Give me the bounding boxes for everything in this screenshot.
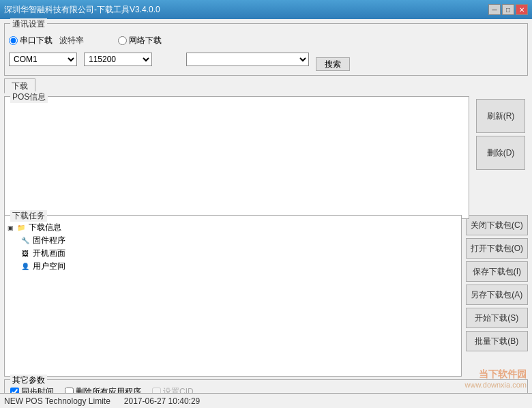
download-tasks-wrapper: 下载任务 ▣ 📁 下载信息 🔧 固件程序 🖼 开机画面 bbox=[4, 215, 462, 377]
baud-select[interactable]: 115200 57600 38400 19200 9600 bbox=[84, 53, 152, 66]
tree-item-userspace-label: 用户空间 bbox=[33, 261, 65, 272]
tree-item-splash-label: 开机画面 bbox=[33, 248, 65, 259]
serial-radio-label[interactable]: 串口下载 bbox=[9, 35, 53, 46]
download-tasks-label: 下载任务 bbox=[10, 210, 47, 222]
tree-root-label: 下载信息 bbox=[29, 222, 61, 233]
serial-radio[interactable] bbox=[9, 36, 18, 45]
root-folder-icon: 📁 bbox=[16, 222, 27, 233]
start-download-button[interactable]: 开始下载(S) bbox=[466, 308, 528, 328]
watermark: 当下软件园 www.downxia.com bbox=[465, 368, 527, 389]
main-content: 通讯设置 串口下载 波特率 网络下载 COM1 COM2 COM3 115200 bbox=[0, 19, 532, 408]
save-package-button[interactable]: 保存下载包(I) bbox=[466, 261, 528, 282]
pos-buttons: 刷新(R) 删除(D) bbox=[473, 96, 528, 212]
title-bar-controls: ─ □ ✕ bbox=[488, 4, 528, 15]
watermark-logo: 当下软件园 bbox=[465, 368, 527, 381]
network-radio[interactable] bbox=[118, 36, 127, 45]
status-company: NEW POS Technology Limite bbox=[4, 396, 110, 406]
tree-item-userspace[interactable]: 👤 用户空间 bbox=[20, 260, 458, 273]
userspace-icon: 👤 bbox=[20, 261, 31, 272]
tree-expand-icon: ▣ bbox=[8, 224, 14, 231]
refresh-button[interactable]: 刷新(R) bbox=[476, 99, 525, 133]
network-radio-label[interactable]: 网络下载 bbox=[118, 35, 162, 46]
saveas-package-button[interactable]: 另存下载包(A) bbox=[466, 285, 528, 305]
network-radio-text: 网络下载 bbox=[129, 35, 162, 46]
comm-settings-group: 通讯设置 串口下载 波特率 网络下载 COM1 COM2 COM3 115200 bbox=[4, 23, 528, 76]
maximize-button[interactable]: □ bbox=[502, 4, 514, 15]
baud-field: 波特率 bbox=[59, 35, 84, 46]
tree-item-firmware-label: 固件程序 bbox=[33, 235, 65, 246]
comm-settings-label: 通讯设置 bbox=[10, 18, 47, 30]
open-package-button[interactable]: 打开下载包(O) bbox=[466, 238, 528, 259]
title-bar: 深圳华智融科技有限公司-下载工具V3.4.0.0 ─ □ ✕ bbox=[0, 0, 532, 19]
tree-item-splash[interactable]: 🖼 开机画面 bbox=[20, 247, 458, 260]
search-button[interactable]: 搜索 bbox=[316, 57, 350, 71]
pos-info-area: POS信息 刷新(R) 删除(D) bbox=[4, 96, 528, 212]
firmware-icon: 🔧 bbox=[20, 235, 31, 246]
pos-info-label: POS信息 bbox=[10, 91, 48, 103]
baud-label: 波特率 bbox=[59, 35, 84, 46]
tree-root[interactable]: ▣ 📁 下载信息 bbox=[8, 221, 458, 234]
status-bar: NEW POS Technology Limite 2017-06-27 10:… bbox=[0, 393, 532, 408]
com-select[interactable]: COM1 COM2 COM3 bbox=[9, 53, 77, 66]
batch-download-button[interactable]: 批量下载(B) bbox=[466, 331, 528, 351]
status-datetime: 2017-06-27 10:40:29 bbox=[124, 396, 200, 406]
network-select[interactable] bbox=[186, 53, 309, 66]
close-package-button[interactable]: 关闭下载包(C) bbox=[466, 215, 528, 235]
minimize-button[interactable]: ─ bbox=[488, 4, 501, 15]
serial-radio-text: 串口下载 bbox=[20, 35, 53, 46]
pos-info-wrapper: POS信息 bbox=[4, 96, 469, 219]
close-button[interactable]: ✕ bbox=[516, 4, 528, 15]
delete-button[interactable]: 删除(D) bbox=[476, 136, 525, 170]
download-task-buttons: 关闭下载包(C) 打开下载包(O) 保存下载包(I) 另存下载包(A) 开始下载… bbox=[466, 215, 528, 377]
tree-item-firmware[interactable]: 🔧 固件程序 bbox=[20, 234, 458, 247]
download-tasks-area: 下载任务 ▣ 📁 下载信息 🔧 固件程序 🖼 开机画面 bbox=[4, 215, 528, 377]
tree-children: 🔧 固件程序 🖼 开机画面 👤 用户空间 bbox=[20, 234, 458, 273]
splash-icon: 🖼 bbox=[20, 248, 31, 259]
title-text: 深圳华智融科技有限公司-下载工具V3.4.0.0 bbox=[4, 4, 160, 16]
tab-bar: 下载 bbox=[4, 78, 528, 93]
watermark-url: www.downxia.com bbox=[465, 381, 527, 389]
task-tree: ▣ 📁 下载信息 🔧 固件程序 🖼 开机画面 👤 用户空间 bbox=[5, 216, 461, 276]
other-params-label: 其它参数 bbox=[10, 375, 47, 386]
